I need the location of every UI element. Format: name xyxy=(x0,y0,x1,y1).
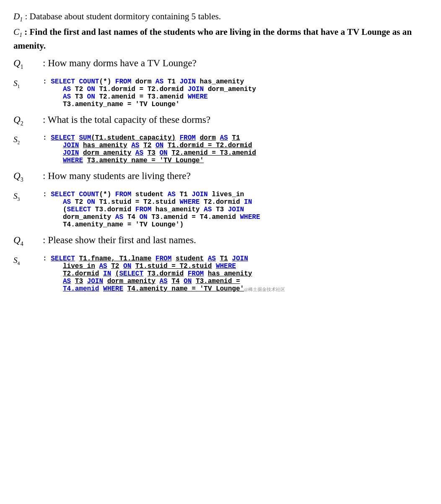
q1-label: Q1 xyxy=(13,57,43,70)
s4-label: S4 xyxy=(13,255,43,266)
q4-row: Q4 : Please show their first and last na… xyxy=(13,234,428,247)
s1-sql: : SELECT COUNT(*) FROM dorm AS T1 JOIN h… xyxy=(43,78,256,108)
q4-text: : Please show their first and last names… xyxy=(43,234,196,246)
q4-label: Q4 xyxy=(13,234,43,247)
c1-label: C1 xyxy=(13,27,22,37)
s4-row: S4 : SELECT T1.fname, T1.lname FROM stud… xyxy=(13,255,428,293)
s2-row: S2 : SELECT SUM(T1.student_capacity) FRO… xyxy=(13,134,428,164)
s3-line5: T4.amenity_name = 'TV Lounge') xyxy=(43,221,260,229)
s3-row: S3 : SELECT COUNT(*) FROM student AS T1 … xyxy=(13,191,428,229)
s4-line3: T2.dormid IN (SELECT T3.dormid FROM has_… xyxy=(43,270,285,278)
q1-row: Q1 : How many dorms have a TV Lounge? xyxy=(13,57,428,70)
s1-row: S1 : SELECT COUNT(*) FROM dorm AS T1 JOI… xyxy=(13,78,428,108)
q2-row: Q2 : What is the total capacity of these… xyxy=(13,114,428,127)
s3-line4: dorm_amenity AS T4 ON T3.amenid = T4.ame… xyxy=(43,213,260,221)
s2-line2: JOIN has_amenity AS T2 ON T1.dormid = T2… xyxy=(43,142,256,149)
s3-label: S3 xyxy=(13,191,43,202)
s1-line2: AS T2 ON T1.dormid = T2.dormid JOIN dorm… xyxy=(43,86,256,93)
s1-line3: AS T3 ON T2.amenid = T3.amenid WHERE xyxy=(43,93,256,101)
s4-sql: : SELECT T1.fname, T1.lname FROM student… xyxy=(43,255,285,293)
s3-line3: (SELECT T3.dormid FROM has_amenity AS T3… xyxy=(43,206,260,213)
s1-line1: : SELECT COUNT(*) FROM dorm AS T1 JOIN h… xyxy=(43,78,256,86)
c1-text: : Find the first and last names of the s… xyxy=(13,27,412,51)
c1-line: C1 : Find the first and last names of th… xyxy=(13,26,428,52)
s2-line4: WHERE T3.amenity_name = 'TV Lounge' xyxy=(43,157,256,164)
q3-label: Q3 xyxy=(13,170,43,183)
s2-line3: JOIN dorm_amenity AS T3 ON T2.amenid = T… xyxy=(43,149,256,157)
q1-text: : How many dorms have a TV Lounge? xyxy=(43,57,197,69)
s3-line1: : SELECT COUNT(*) FROM student AS T1 JOI… xyxy=(43,191,260,198)
s4-line2: lives_in AS T2 ON T1.stuid = T2.stuid WH… xyxy=(43,262,285,270)
q3-text: : How many students are living there? xyxy=(43,170,191,182)
q2-text: : What is the total capacity of these do… xyxy=(43,114,210,125)
q2-label: Q2 xyxy=(13,114,43,127)
watermark: @稀土掘金技术社区 xyxy=(244,286,285,293)
s4-line4: AS T3 JOIN dorm_amenity AS T4 ON T3.amen… xyxy=(43,278,285,285)
s2-line1: : SELECT SUM(T1.student_capacity) FROM d… xyxy=(43,134,256,142)
d1-text: : Database about student dormitory conta… xyxy=(23,11,221,21)
d1-line: D1 : Database about student dormitory co… xyxy=(13,10,428,24)
s2-label: S2 xyxy=(13,134,43,145)
d1-label: D1 xyxy=(13,11,23,21)
s3-line2: AS T2 ON T1.stuid = T2.stuid WHERE T2.do… xyxy=(43,198,260,206)
s1-line4: T3.amenity_name = 'TV Lounge' xyxy=(43,101,256,108)
q3-row: Q3 : How many students are living there? xyxy=(13,170,428,183)
s3-sql: : SELECT COUNT(*) FROM student AS T1 JOI… xyxy=(43,191,260,229)
s4-line5: T4.amenid WHERE T4.amenity_name = 'TV Lo… xyxy=(43,285,285,293)
s2-sql: : SELECT SUM(T1.student_capacity) FROM d… xyxy=(43,134,256,164)
s1-label: S1 xyxy=(13,78,43,89)
s4-line1: : SELECT T1.fname, T1.lname FROM student… xyxy=(43,255,285,262)
